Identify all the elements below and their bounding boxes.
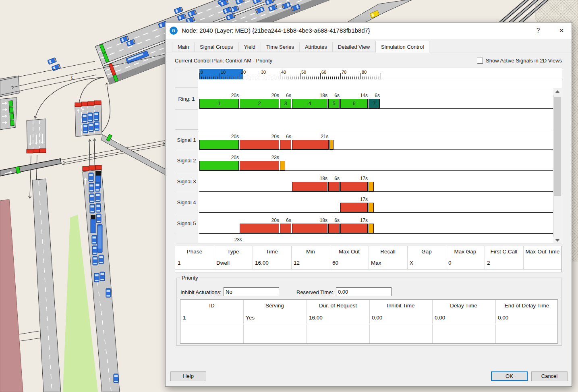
ruler-tick [332, 77, 333, 79]
scroll-up-button[interactable] [553, 88, 562, 95]
phase-table-cell[interactable] [523, 260, 562, 267]
ruler-tick [246, 77, 246, 79]
phase-table-cell[interactable]: 0 [446, 260, 485, 267]
priority-table-header: Delay Time [432, 303, 495, 310]
phase-table-cell[interactable]: 1 [175, 260, 214, 267]
ok-button[interactable]: OK [491, 371, 528, 381]
reserved-time-input[interactable] [336, 287, 392, 296]
ruler-tick [340, 73, 341, 79]
ruler-tick [248, 77, 248, 79]
ruler-tick [268, 77, 268, 79]
inhibit-actuations-input[interactable] [224, 287, 279, 296]
priority-table-header: Dur. of Request [307, 303, 369, 310]
tab-attributes[interactable]: Attributes [300, 42, 333, 52]
phase-table-cell[interactable]: 16.00 [253, 260, 291, 267]
tab-simulation-control[interactable]: Simulation Control [375, 41, 429, 53]
phase-table-header: First C.Call [485, 249, 523, 256]
ruler-tick [278, 77, 278, 79]
phase-table-header: Type [214, 249, 253, 256]
ruler-tick [375, 77, 375, 79]
tab-signal-groups[interactable]: Signal Groups [195, 42, 238, 52]
row-label-ring-1: Ring: 1 [175, 88, 198, 110]
ruler-tick [292, 77, 292, 79]
phase-table-header: Max-Out Time [523, 249, 562, 256]
dialog-close-icon[interactable]: ✕ [555, 23, 568, 39]
ruler-tick [367, 77, 367, 79]
ruler-tick [365, 77, 365, 79]
control-plan-label: Current Control Plan: Control AM - Prior… [175, 58, 272, 64]
ruler-tick [240, 73, 240, 79]
priority-table: ID1ServingYesDur. of Request16.00Inhibit… [180, 299, 558, 344]
tab-main[interactable]: Main [172, 42, 195, 52]
signal-state-segment [340, 203, 368, 212]
cancel-button[interactable]: Cancel [531, 371, 568, 381]
ruler-tick [304, 77, 305, 79]
show-active-signals-label: Show Active Signals in 2D Views [486, 58, 562, 64]
phase-table-cell[interactable]: 12 [291, 260, 330, 267]
ruler-tick [360, 73, 361, 79]
ring-phase-number: 2 [240, 100, 279, 106]
ruler-tick [318, 77, 319, 79]
signal-state-segment [328, 182, 340, 191]
priority-table-header: Serving [243, 303, 306, 310]
priority-table-cell: 1 [180, 315, 243, 322]
row-label-signal-2: Signal 2 [175, 150, 198, 171]
ruler-tick [242, 77, 242, 79]
phase-table-header: Max Gap [446, 249, 485, 256]
dialog-title: Node: 2040 (Layer: MED) {21bea244-18b8-4… [182, 23, 370, 39]
phase-table-cell[interactable]: 2 [485, 260, 523, 267]
ruler-tick [232, 77, 232, 79]
row-label-signal-4: Signal 4 [175, 192, 198, 213]
priority-table-cell: Yes [243, 315, 306, 322]
show-active-signals-checkbox[interactable] [477, 58, 483, 64]
signal-state-segment [369, 203, 374, 212]
dialog-titlebar[interactable]: n Node: 2040 (Layer: MED) {21bea244-18b8… [166, 23, 572, 39]
phase-table-cell[interactable]: Dwell [214, 260, 253, 267]
row-baseline [199, 170, 553, 171]
scroll-down-button[interactable] [553, 237, 562, 243]
ruler-tick [284, 77, 284, 79]
ring-phase-segment: 2 [240, 99, 279, 108]
row-label-signal-3: Signal 3 [175, 171, 198, 192]
dialog-help-icon[interactable]: ? [533, 23, 543, 39]
west-approach [0, 97, 17, 130]
ruler-tick [203, 77, 204, 79]
ruler-tick [272, 77, 272, 79]
segment-duration-label: 6s [322, 218, 340, 223]
ruler-tick [356, 77, 357, 79]
priority-table-header: End of Delay Time [495, 303, 558, 310]
ring-phase-segment: 3 [280, 99, 291, 108]
tab-detailed-view[interactable]: Detailed View [333, 42, 375, 52]
signal-state-segment [280, 140, 291, 149]
timeline-panel[interactable]: 01020304050607080Ring: 1120s220s36s418s5… [175, 68, 562, 243]
priority-table-header: Inhibit Time [369, 303, 432, 310]
ruler-tick [320, 73, 321, 79]
phase-table-cell[interactable]: 60 [330, 260, 369, 267]
phase-table-header: Time [253, 249, 291, 256]
ruler-tick [234, 77, 234, 79]
tab-time-series[interactable]: Time Series [261, 42, 300, 52]
tab-yield[interactable]: Yield [239, 42, 261, 52]
phase-table-cell[interactable]: X [407, 260, 446, 267]
row-baseline [199, 233, 553, 234]
ruler-tick [342, 77, 343, 79]
ruler-tick [215, 77, 216, 79]
ruler-tick [379, 77, 379, 79]
segment-duration-label: 6s [362, 93, 380, 98]
ruler-tick [310, 77, 311, 79]
ruler-tick [211, 77, 212, 79]
signal-state-segment [240, 224, 279, 233]
row-baseline [199, 191, 553, 192]
scrollbar-thumb[interactable] [554, 97, 561, 196]
ruler-tick-label: 60 [321, 70, 326, 75]
ruler-tick [226, 77, 226, 79]
row-label-signal-5: Signal 5 [175, 213, 198, 234]
help-button[interactable]: Help [170, 371, 206, 381]
signal-state-segment [369, 182, 374, 191]
ruler-tick-label: 30 [261, 70, 266, 75]
priority-table-cell: 0.00 [369, 315, 432, 322]
phase-table-header: Gap [407, 249, 446, 256]
signal-state-segment [369, 224, 374, 233]
ruler-tick [338, 77, 339, 79]
phase-table-cell[interactable]: Max [369, 260, 407, 267]
